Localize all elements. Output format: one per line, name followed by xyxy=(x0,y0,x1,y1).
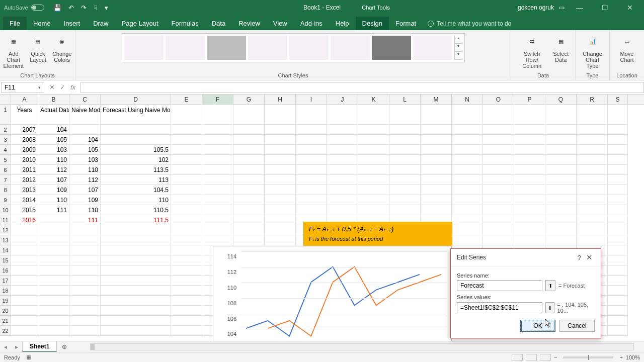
cell-F8[interactable] xyxy=(202,185,233,195)
row-header-22[interactable]: 22 xyxy=(0,326,11,336)
cell-N3[interactable] xyxy=(452,135,483,145)
column-header-R[interactable]: R xyxy=(577,95,608,104)
cell-M10[interactable] xyxy=(421,205,452,215)
cell-N4[interactable] xyxy=(452,145,483,155)
cell-S2[interactable] xyxy=(608,125,628,135)
row-header-7[interactable]: 7 xyxy=(0,175,11,185)
fx-icon[interactable]: fx xyxy=(70,83,75,91)
cell-Q11[interactable] xyxy=(545,215,577,225)
cell-D17[interactable] xyxy=(101,276,171,286)
cell-I1[interactable] xyxy=(296,105,327,125)
cell-L7[interactable] xyxy=(389,175,421,185)
tab-help[interactable]: Help xyxy=(329,17,356,30)
cell-S12[interactable] xyxy=(608,225,628,235)
select-data-button[interactable]: ▦ Select Data xyxy=(550,33,571,69)
cell-H7[interactable] xyxy=(265,175,296,185)
cell-R3[interactable] xyxy=(577,135,608,145)
cell-R11[interactable] xyxy=(577,215,608,225)
cell-A15[interactable] xyxy=(11,255,38,265)
row-header-4[interactable]: 4 xyxy=(0,145,11,155)
cell-E20[interactable] xyxy=(171,306,202,316)
cell-R7[interactable] xyxy=(577,175,608,185)
macro-record-icon[interactable]: ▦ xyxy=(26,354,31,360)
cell-D16[interactable] xyxy=(101,265,171,276)
cell-J7[interactable] xyxy=(327,175,358,185)
row-header-15[interactable]: 15 xyxy=(0,255,11,265)
cell-O8[interactable] xyxy=(483,185,514,195)
chart-styles-gallery[interactable]: ▴ ▾ ▾ xyxy=(122,33,465,62)
cell-B19[interactable] xyxy=(38,296,69,306)
cell-J5[interactable] xyxy=(327,155,358,165)
tab-data[interactable]: Data xyxy=(205,17,232,30)
horizontal-scrollbar[interactable] xyxy=(90,343,634,350)
new-sheet-button[interactable]: ⊕ xyxy=(59,341,70,352)
cell-O12[interactable] xyxy=(483,225,514,235)
cell-E4[interactable] xyxy=(171,145,202,155)
cell-G9[interactable] xyxy=(233,195,265,205)
save-icon[interactable]: 💾 xyxy=(53,4,61,12)
cell-E19[interactable] xyxy=(171,296,202,306)
cell-C21[interactable] xyxy=(69,316,101,326)
gallery-down-icon[interactable]: ▾ xyxy=(455,44,462,52)
dialog-close-button[interactable]: ✕ xyxy=(584,253,595,262)
cell-E6[interactable] xyxy=(171,165,202,175)
cell-S18[interactable] xyxy=(608,286,628,296)
gallery-up-icon[interactable]: ▴ xyxy=(455,36,462,44)
cell-K8[interactable] xyxy=(358,185,389,195)
cell-N2[interactable] xyxy=(452,125,483,135)
cell-O10[interactable] xyxy=(483,205,514,215)
cell-S4[interactable] xyxy=(608,145,628,155)
cell-P11[interactable] xyxy=(514,215,545,225)
cell-S3[interactable] xyxy=(608,135,628,145)
cell-E3[interactable] xyxy=(171,135,202,145)
cell-C4[interactable]: 105 xyxy=(69,145,101,155)
cell-E22[interactable] xyxy=(171,326,202,336)
cancel-entry-icon[interactable]: ✕ xyxy=(49,83,55,91)
cell-G6[interactable] xyxy=(233,165,265,175)
chart-style-3[interactable] xyxy=(207,36,246,60)
column-header-S[interactable]: S xyxy=(608,95,628,104)
cell-A12[interactable] xyxy=(11,225,38,235)
column-header-K[interactable]: K xyxy=(358,95,389,104)
cell-A19[interactable] xyxy=(11,296,38,306)
cell-F4[interactable] xyxy=(202,145,233,155)
cell-E7[interactable] xyxy=(171,175,202,185)
cell-B4[interactable]: 103 xyxy=(38,145,69,155)
cell-R12[interactable] xyxy=(577,225,608,235)
cell-K9[interactable] xyxy=(358,195,389,205)
cell-N1[interactable] xyxy=(452,105,483,125)
cell-A9[interactable]: 2014 xyxy=(11,195,38,205)
chart-style-7[interactable] xyxy=(372,36,411,60)
column-header-F[interactable]: F xyxy=(202,95,233,104)
cell-Q4[interactable] xyxy=(545,145,577,155)
zoom-in-button[interactable]: + xyxy=(619,354,622,360)
cell-S1[interactable] xyxy=(608,105,628,125)
page-break-view-button[interactable] xyxy=(540,354,551,361)
cell-A10[interactable]: 2015 xyxy=(11,205,38,215)
cell-K7[interactable] xyxy=(358,175,389,185)
row-header-3[interactable]: 3 xyxy=(0,135,11,145)
undo-icon[interactable]: ↶ xyxy=(68,4,74,12)
cell-A21[interactable] xyxy=(11,316,38,326)
cell-O3[interactable] xyxy=(483,135,514,145)
cell-D10[interactable]: 110.5 xyxy=(101,205,171,215)
column-header-D[interactable]: D xyxy=(101,95,171,104)
cell-S6[interactable] xyxy=(608,165,628,175)
row-header-1[interactable]: 1 xyxy=(0,105,11,125)
row-header-13[interactable]: 13 xyxy=(0,235,11,245)
cell-E18[interactable] xyxy=(171,286,202,296)
autosave-switch-icon[interactable] xyxy=(31,5,44,11)
cell-P1[interactable] xyxy=(514,105,545,125)
cell-D9[interactable]: 110 xyxy=(101,195,171,205)
cell-M3[interactable] xyxy=(421,135,452,145)
column-header-O[interactable]: O xyxy=(483,95,514,104)
tab-file[interactable]: File xyxy=(3,17,27,30)
chart-style-6[interactable] xyxy=(331,36,370,60)
cell-G7[interactable] xyxy=(233,175,265,185)
tab-draw[interactable]: Draw xyxy=(87,17,115,30)
cell-A16[interactable] xyxy=(11,265,38,276)
cell-C6[interactable]: 110 xyxy=(69,165,101,175)
cell-C20[interactable] xyxy=(69,306,101,316)
cell-L4[interactable] xyxy=(389,145,421,155)
cell-J9[interactable] xyxy=(327,195,358,205)
